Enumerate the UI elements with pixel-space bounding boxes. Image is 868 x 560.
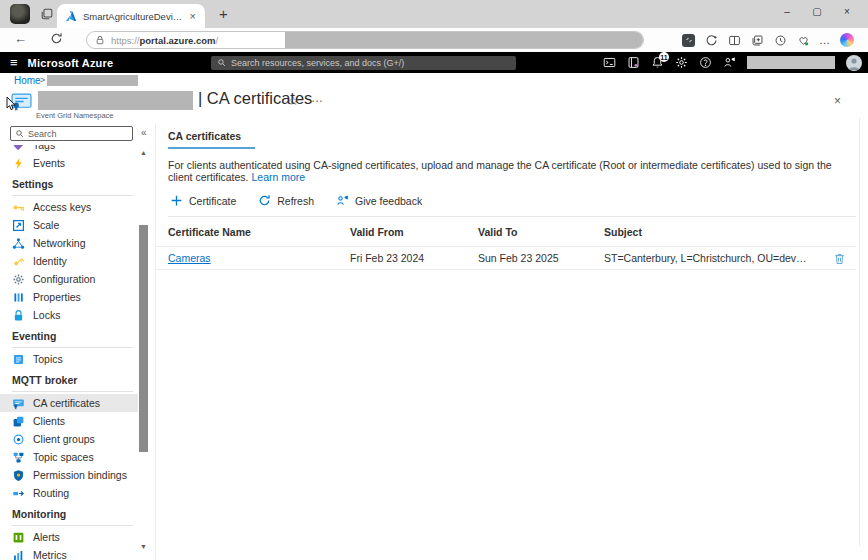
certificate-icon <box>12 397 25 410</box>
sidebar-item-clients[interactable]: Clients <box>0 412 138 430</box>
sidebar-item-events[interactable]: Events <box>0 154 138 172</box>
properties-icon <box>12 291 25 304</box>
favorite-star-icon[interactable]: ☆ <box>288 94 299 108</box>
collections-icon[interactable] <box>750 33 764 47</box>
breadcrumb: Home > <box>0 73 868 88</box>
sidebar-search-input[interactable] <box>28 129 128 139</box>
sidebar-item-alerts[interactable]: Alerts <box>0 528 138 546</box>
sidebar-item-topic-spaces[interactable]: Topic spaces <box>0 448 138 466</box>
copilot-azure-icon[interactable] <box>627 56 640 69</box>
sidebar-section-mqtt-broker: MQTT broker <box>12 374 133 392</box>
topic-spaces-icon <box>12 451 25 464</box>
main-scrollbar-track[interactable] <box>859 118 860 546</box>
blade-header: | CA certificates ☆ … × Event Grid Names… <box>0 88 868 124</box>
sidebar-item-scale[interactable]: Scale <box>0 216 138 234</box>
cloud-shell-icon[interactable] <box>603 56 616 69</box>
extension-icon-2[interactable] <box>704 33 718 47</box>
alerts-icon <box>12 531 25 544</box>
tab-close-icon[interactable]: × <box>187 10 199 22</box>
refresh-button[interactable] <box>50 32 63 45</box>
learn-more-link[interactable]: Learn more <box>251 171 305 183</box>
sidebar-scroll-up-icon[interactable]: ▲ <box>140 149 147 156</box>
sidebar-section-eventing: Eventing <box>12 330 133 348</box>
sidebar-item-networking[interactable]: Networking <box>0 234 138 252</box>
sidebar-item-locks[interactable]: Locks <box>0 306 138 324</box>
valid-from-cell: Fri Feb 23 2024 <box>350 252 478 264</box>
column-certificate-name[interactable]: Certificate Name <box>168 226 350 238</box>
sidebar-search-row: « <box>0 124 156 145</box>
sidebar-scroll-down-icon[interactable]: ▼ <box>140 543 147 550</box>
sidebar-item-configuration[interactable]: Configuration <box>0 270 138 288</box>
help-icon[interactable] <box>699 56 712 69</box>
subject-cell: ST=Canterbury, L=Christchurch, OU=devMob… <box>604 252 822 264</box>
browser-tab[interactable]: SmartAgricultureDevices - Micro × <box>57 4 205 28</box>
search-icon <box>15 129 24 138</box>
client-groups-icon <box>12 433 25 446</box>
mouse-cursor <box>6 96 17 111</box>
permission-bindings-icon <box>12 469 25 482</box>
delete-certificate-icon[interactable] <box>833 252 846 265</box>
column-subject[interactable]: Subject <box>604 226 822 238</box>
sidebar-item-metrics[interactable]: Metrics <box>0 546 138 560</box>
networking-icon <box>12 237 25 250</box>
sidebar-item-properties[interactable]: Properties <box>0 288 138 306</box>
hamburger-menu-icon[interactable]: ≡ <box>10 55 18 70</box>
breadcrumb-separator: > <box>40 75 45 85</box>
certificate-name-link[interactable]: Cameras <box>168 252 350 264</box>
give-feedback-button[interactable]: Give feedback <box>336 194 422 207</box>
extension-icon[interactable] <box>682 34 695 47</box>
window-maximize-button[interactable]: ▢ <box>802 0 832 22</box>
column-valid-from[interactable]: Valid From <box>350 226 478 238</box>
resource-menu-sidebar: Tags Events Settings Access keys Scale N… <box>0 124 156 560</box>
window-close-button[interactable]: × <box>832 0 862 22</box>
plus-icon <box>170 194 183 207</box>
sidebar-item-routing[interactable]: Routing <box>0 484 138 502</box>
browser-essentials-icon[interactable] <box>796 33 810 47</box>
notifications-bell-icon[interactable]: 11 <box>651 56 664 69</box>
history-icon[interactable] <box>773 33 787 47</box>
blade-more-icon[interactable]: … <box>311 91 324 105</box>
resource-type-label: Event Grid Namespace <box>36 111 114 120</box>
tab-ca-certificates[interactable]: CA certificates <box>168 130 255 149</box>
browser-profile-icon[interactable] <box>10 4 30 24</box>
site-lock-icon[interactable] <box>95 35 105 45</box>
window-minimize-button[interactable]: – <box>772 0 802 22</box>
azure-search-box[interactable] <box>211 56 516 70</box>
breadcrumb-home-link[interactable]: Home <box>14 75 41 86</box>
url-bar[interactable]: https://portal.azure.com/ <box>86 31 644 49</box>
sidebar-item-identity[interactable]: Identity <box>0 252 138 270</box>
sidebar-nav-list: Tags Events Settings Access keys Scale N… <box>0 136 138 560</box>
settings-gear-icon[interactable] <box>675 56 688 69</box>
azure-search-input[interactable] <box>231 58 510 68</box>
lock-icon <box>12 309 25 322</box>
azure-top-bar: ≡ Microsoft Azure 11 <box>0 52 868 73</box>
blade-close-icon[interactable]: × <box>834 94 841 108</box>
sidebar-item-topics[interactable]: Topics <box>0 350 138 368</box>
sidebar-item-ca-certificates[interactable]: CA certificates <box>0 394 138 412</box>
azure-brand[interactable]: Microsoft Azure <box>28 57 114 69</box>
add-certificate-button[interactable]: Certificate <box>170 194 236 207</box>
valid-to-cell: Sun Feb 23 2025 <box>478 252 604 264</box>
sidebar-item-access-keys[interactable]: Access keys <box>0 198 138 216</box>
new-tab-button[interactable]: + <box>214 3 233 24</box>
tab-actions-icon[interactable] <box>40 7 54 21</box>
back-button[interactable]: ← <box>14 31 27 46</box>
sidebar-scrollbar[interactable] <box>139 225 148 452</box>
sidebar-collapse-icon[interactable]: « <box>141 127 147 138</box>
sidebar-item-client-groups[interactable]: Client groups <box>0 430 138 448</box>
browser-more-icon[interactable]: … <box>819 34 831 46</box>
routing-icon <box>12 487 25 500</box>
lightning-icon <box>12 157 25 170</box>
tab-title: SmartAgricultureDevices - Micro <box>83 11 183 22</box>
sidebar-section-monitoring: Monitoring <box>12 508 133 526</box>
split-screen-icon[interactable] <box>727 33 741 47</box>
copilot-icon[interactable] <box>840 33 854 47</box>
avatar[interactable] <box>846 55 862 71</box>
feedback-icon[interactable] <box>723 56 736 69</box>
column-valid-to[interactable]: Valid To <box>478 226 604 238</box>
refresh-button[interactable]: Refresh <box>258 194 314 207</box>
sidebar-search-box[interactable] <box>10 126 133 141</box>
url-redaction <box>285 32 643 48</box>
sidebar-item-permission-bindings[interactable]: Permission bindings <box>0 466 138 484</box>
topics-icon <box>12 353 25 366</box>
